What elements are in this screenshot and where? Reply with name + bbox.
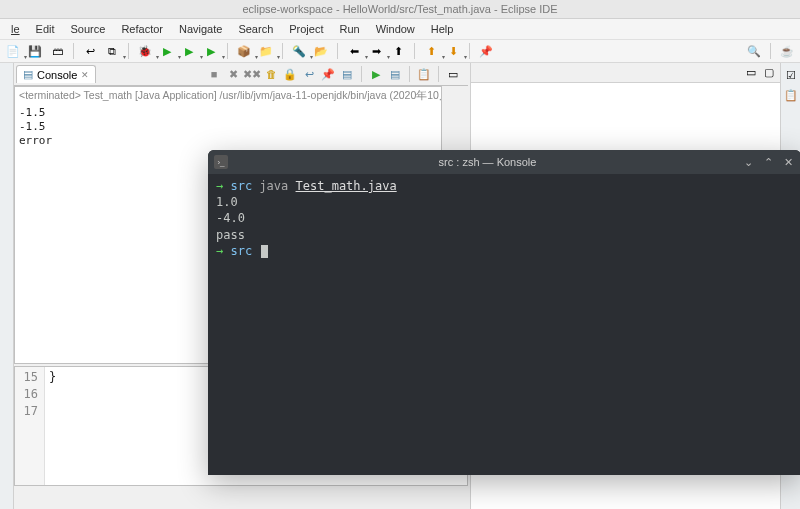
konsole-minimize-icon[interactable]: ⌄ [741, 155, 755, 169]
menu-project[interactable]: Project [282, 21, 330, 37]
prompt-arrow-icon: → [216, 244, 223, 258]
main-toolbar: 📄 💾 🗃 ↩ ⧉ 🐞 ▶ ▶ ▶ 📦 📁 🔦 📂 ⬅ ➡ ⬆ ⬆ ⬇ 📌 🔍 … [0, 40, 800, 63]
menu-help[interactable]: Help [424, 21, 461, 37]
toolbar-sep [337, 43, 338, 59]
console-line: -1.5 [19, 106, 437, 120]
toolbar-sep [409, 66, 410, 82]
scroll-lock-icon[interactable]: 🔒 [283, 67, 297, 81]
prompt-cmd: java [259, 179, 288, 193]
line-gutter: 15 16 17 [15, 367, 45, 485]
prev-annotation-button[interactable]: ⬆ [423, 43, 439, 59]
toolbar-sep [361, 66, 362, 82]
maximize-icon[interactable]: ▢ [762, 66, 776, 80]
terminate-icon[interactable]: ■ [207, 67, 221, 81]
window-title: eclipse-workspace - HelloWorld/src/Test_… [0, 0, 800, 19]
toolbar-sep [414, 43, 415, 59]
line-number: 16 [21, 386, 38, 403]
minimize-view-icon[interactable]: ▭ [446, 67, 460, 81]
menu-file[interactable]: le [4, 21, 27, 37]
save-button[interactable]: 💾 [27, 43, 43, 59]
console-tab-label: Console [37, 69, 77, 81]
pin-editor-button[interactable]: 📌 [478, 43, 494, 59]
terminal-cursor [261, 245, 268, 258]
toolbar-sep [73, 43, 74, 59]
debug-button[interactable]: 🐞 [137, 43, 153, 59]
toolbar-sep [438, 66, 439, 82]
konsole-title: src : zsh — Konsole [234, 156, 741, 168]
new-button[interactable]: 📄 [5, 43, 21, 59]
prompt-dir: src [230, 179, 252, 193]
terminal-output-line: pass [216, 227, 793, 243]
console-output[interactable]: -1.5 -1.5 error [15, 105, 441, 148]
new-package-button[interactable]: 📁 [258, 43, 274, 59]
word-wrap-icon[interactable]: ↩ [302, 67, 316, 81]
console-tab[interactable]: ▤ Console ✕ [16, 65, 96, 83]
menu-run[interactable]: Run [333, 21, 367, 37]
terminal-output-line: 1.0 [216, 194, 793, 210]
editor-content[interactable]: } [45, 367, 60, 485]
menu-refactor[interactable]: Refactor [114, 21, 170, 37]
task-list-icon[interactable]: ☑ [783, 67, 799, 83]
toggle-button[interactable]: ⧉ [104, 43, 120, 59]
display-console-icon[interactable]: ▤ [340, 67, 354, 81]
run-button[interactable]: ▶ [159, 43, 175, 59]
clear-console-icon[interactable]: 🗑 [264, 67, 278, 81]
pin-console-icon[interactable]: 📌 [321, 67, 335, 81]
prompt-dir: src [230, 244, 252, 258]
konsole-app-icon: ›_ [214, 155, 228, 169]
console-line: error [19, 134, 437, 148]
run-last-button[interactable]: ▶ [203, 43, 219, 59]
new-console-view-icon[interactable]: 📋 [417, 67, 431, 81]
toolbar-sep [128, 43, 129, 59]
minimize-icon[interactable]: ▭ [744, 66, 758, 80]
prompt-arrow-icon: → [216, 179, 223, 193]
console-tab-bar: ▤ Console ✕ ■ ✖ ✖✖ 🗑 🔒 ↩ 📌 ▤ ▶ ▤ 📋 ▭ [14, 63, 468, 86]
open-type-button[interactable]: 📂 [313, 43, 329, 59]
konsole-window[interactable]: ›_ src : zsh — Konsole ⌄ ⌃ ✕ → src java … [208, 150, 800, 475]
console-line: -1.5 [19, 120, 437, 134]
coverage-button[interactable]: ▶ [181, 43, 197, 59]
quick-access-icon[interactable]: 🔍 [746, 43, 762, 59]
toolbar-sep [469, 43, 470, 59]
outline-icon[interactable]: 📋 [783, 87, 799, 103]
line-number: 17 [21, 403, 38, 420]
line-number: 15 [21, 369, 38, 386]
show-console-icon[interactable]: ▶ [369, 67, 383, 81]
open-console-icon[interactable]: ▤ [388, 67, 402, 81]
konsole-maximize-icon[interactable]: ⌃ [761, 155, 775, 169]
terminal-line: → src java Test_math.java [216, 178, 793, 194]
prompt-file: Test_math.java [296, 179, 397, 193]
new-class-button[interactable]: 📦 [236, 43, 252, 59]
konsole-terminal[interactable]: → src java Test_math.java 1.0 -4.0 pass … [208, 174, 800, 263]
save-all-button[interactable]: 🗃 [49, 43, 65, 59]
perspective-java-icon[interactable]: ☕ [779, 43, 795, 59]
search-button[interactable]: 🔦 [291, 43, 307, 59]
remove-launch-icon[interactable]: ✖ [226, 67, 240, 81]
nav-fwd-button[interactable]: ➡ [368, 43, 384, 59]
console-tab-close-icon[interactable]: ✕ [81, 70, 89, 80]
menu-bar: le Edit Source Refactor Navigate Search … [0, 19, 800, 40]
nav-up-button[interactable]: ⬆ [390, 43, 406, 59]
menu-source[interactable]: Source [64, 21, 113, 37]
menu-navigate[interactable]: Navigate [172, 21, 229, 37]
left-gutter [0, 63, 14, 509]
right-panel-header: ▭ ▢ [471, 63, 780, 83]
nav-back-button[interactable]: ⬅ [346, 43, 362, 59]
console-icon: ▤ [23, 68, 33, 81]
console-status: <terminated> Test_math [Java Application… [15, 87, 441, 105]
toolbar-sep [227, 43, 228, 59]
menu-search[interactable]: Search [231, 21, 280, 37]
remove-all-icon[interactable]: ✖✖ [245, 67, 259, 81]
next-annotation-button[interactable]: ⬇ [445, 43, 461, 59]
terminal-output-line: -4.0 [216, 210, 793, 226]
konsole-titlebar[interactable]: ›_ src : zsh — Konsole ⌄ ⌃ ✕ [208, 150, 800, 174]
console-toolbar: ■ ✖ ✖✖ 🗑 🔒 ↩ 📌 ▤ ▶ ▤ 📋 ▭ [207, 66, 468, 82]
terminal-line: → src [216, 243, 793, 259]
code-line: } [49, 369, 56, 386]
konsole-close-icon[interactable]: ✕ [781, 155, 795, 169]
toolbar-sep [770, 43, 771, 59]
menu-edit[interactable]: Edit [29, 21, 62, 37]
menu-window[interactable]: Window [369, 21, 422, 37]
toolbar-sep [282, 43, 283, 59]
undo-button[interactable]: ↩ [82, 43, 98, 59]
